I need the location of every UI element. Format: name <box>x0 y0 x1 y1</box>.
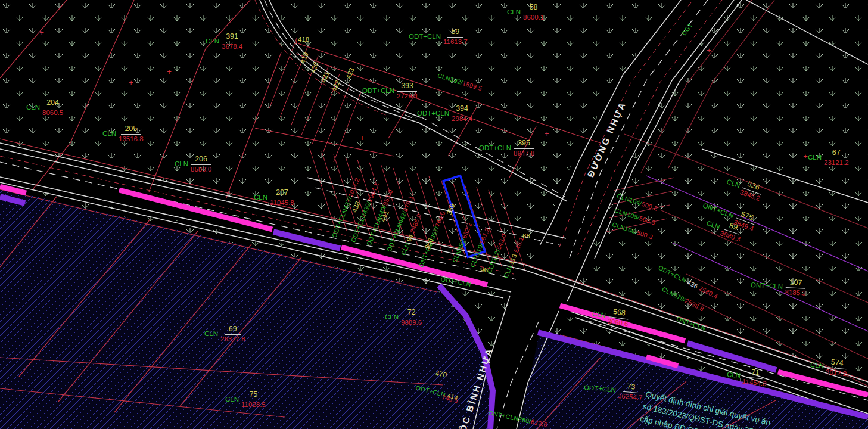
strip-label: ONT+CLN260/622.6 <box>488 409 548 428</box>
survey-cross-marker: + <box>707 46 711 55</box>
landuse-code: CLN <box>808 154 822 161</box>
parcel-label-393: ODT+CLN3932729.4 <box>362 82 418 100</box>
parcel-label-75: CLN7511028.5 <box>225 391 266 408</box>
strip-label-part: ONT+CLN <box>676 315 707 332</box>
landuse-code: CLN <box>206 38 219 45</box>
landuse-code: ODT+CLN <box>362 87 394 95</box>
landuse-code: CLN <box>726 178 741 190</box>
strip-label-part: CLN579/ <box>661 285 687 303</box>
parcel-fraction: 3932729.4 <box>397 82 418 100</box>
parcel-fraction: 7111454.3 <box>742 368 768 387</box>
survey-cross-marker: + <box>360 133 365 142</box>
parcel-area: 16254.7 <box>617 391 643 402</box>
parcel-fraction: 3913678.4 <box>222 33 242 50</box>
parcel-fraction: 3942984.4 <box>452 105 472 122</box>
parcel-label-71: CLN7111454.3 <box>726 366 767 387</box>
parcel-area: 11045.8 <box>270 198 294 207</box>
parcel-number: 393 <box>397 82 417 92</box>
strip-label-part: CLN392/ <box>437 72 463 86</box>
parcel-label-59: ODT+CLN5911613.7 <box>409 28 468 45</box>
parcel-fraction: 5263845.2 <box>739 179 764 203</box>
strip-label-part: 1017.2 <box>347 177 361 198</box>
landuse-code: CLN <box>26 104 40 111</box>
parcel-number: 207 <box>272 189 292 198</box>
parcel-number-96: 96 <box>480 266 488 273</box>
landuse-code: ODT+CLN <box>417 110 449 117</box>
survey-cross-marker: + <box>39 28 44 37</box>
parcel-fraction: 5683080.6 <box>607 307 630 328</box>
strip-label-part: CLN106/ <box>611 220 638 235</box>
parcel-label-72: CLN729889.6 <box>385 309 422 326</box>
strip-label-part: CLN <box>502 262 514 279</box>
strip-label-part: 500.3 <box>636 229 654 241</box>
parcel-number: 67 <box>829 149 844 158</box>
strip-label: CLN110/567.2 <box>468 226 491 268</box>
parcel-number: 391 <box>222 33 242 42</box>
cad-viewport[interactable]: ĐƯỜNG NHỰA ỘC BÌNH NHỰA Quyết định đình … <box>0 0 868 429</box>
landuse-code: CLN <box>102 130 116 138</box>
strip-label-part: 2580.4 <box>698 284 719 300</box>
parcel-area: 8185.3 <box>785 288 806 297</box>
strip-label-part: 979.1 <box>402 194 415 212</box>
strip-label-part: CLN110/ <box>468 242 484 268</box>
parcel-label-69: CLN6926377.8 <box>204 325 245 343</box>
parcel-label-574: CLN5743012.2 <box>809 356 848 378</box>
parcel-number: 72 <box>404 309 419 318</box>
parcel-number: 58 <box>526 4 542 13</box>
strip-label-part: 567.2 <box>478 226 491 244</box>
landuse-code: CLN <box>726 371 741 380</box>
parcel-area: 9889.6 <box>401 318 422 327</box>
strip-label-part: 2598.8 <box>684 297 705 312</box>
landuse-code: CLN <box>705 220 721 231</box>
parcel-label-107: ONT+CLN1078185.3 <box>750 276 807 297</box>
strip-label-part: 2486.0 <box>409 213 423 234</box>
parcel-fraction: 729889.6 <box>401 309 422 326</box>
strip-label: CLN112/543.0 <box>485 232 508 274</box>
landuse-code: CLN <box>225 396 239 403</box>
parcel-fraction: 6926377.8 <box>220 325 245 343</box>
landuse-code: CLN <box>507 8 521 16</box>
strip-label-part: ODT+CLN437/ <box>330 195 353 238</box>
parcel-number-422: 422 <box>330 79 341 92</box>
landuse-code: ODT+CLN <box>409 33 441 41</box>
parcel-label-394: ODT+CLN3942984.4 <box>417 105 472 122</box>
parcel-fraction: 2068580.0 <box>191 156 211 173</box>
strip-label: ODT+CLN <box>440 275 472 288</box>
parcel-label-207: CLN20711045.8 <box>254 189 294 206</box>
landuse-code: ODT+CLN <box>479 144 511 152</box>
parcel-label-205: CLN20513516.8 <box>102 125 144 142</box>
parcel-label-58: CLN588600.1 <box>507 4 544 21</box>
parcel-area: 26377.8 <box>220 335 245 343</box>
parcel-area: 3678.4 <box>222 42 242 51</box>
parcel-number: 206 <box>191 156 211 165</box>
parcel-area: 13516.8 <box>119 135 144 143</box>
landuse-code: CLN <box>810 361 824 370</box>
parcel-number: 395 <box>514 139 534 149</box>
parcel-label-526: CLN5263845.2 <box>724 173 765 203</box>
parcel-number: 69 <box>225 325 241 335</box>
strip-label-part: ODT+CLN <box>440 275 472 288</box>
parcel-area: 23121.2 <box>824 158 849 167</box>
parcel-number-359: 359 <box>445 203 456 216</box>
survey-cross-marker: + <box>294 38 298 46</box>
parcel-area: 11028.5 <box>241 400 266 409</box>
parcel-label-568: CLN5683080.6 <box>591 305 630 328</box>
strip-label-part: CLN356/ <box>450 237 466 263</box>
strip-label-part: DGT <box>680 21 694 37</box>
parcel-number-68: 68 <box>522 232 530 240</box>
parcel-fraction: 5743012.2 <box>825 358 848 378</box>
parcel-number-421: 421 <box>319 70 330 83</box>
parcel-area: 2729.4 <box>397 92 418 100</box>
parcel-area: 8947.8 <box>514 149 534 157</box>
strip-label-part: 622.6 <box>530 418 548 428</box>
strip-label-part: 543.0 <box>494 232 508 250</box>
strip-label-part: CLN104/ <box>616 192 643 207</box>
parcel-fraction: 7316254.7 <box>617 382 643 402</box>
parcel-label-395: ODT+CLN3958947.8 <box>479 139 534 157</box>
survey-cross-marker: + <box>803 152 808 161</box>
landuse-code: CLN <box>385 313 399 321</box>
strip-label-part: CLN <box>399 240 412 256</box>
landuse-code: CLN <box>254 194 267 201</box>
parcel-fraction: 5911613.7 <box>443 28 468 45</box>
landuse-code: CLN <box>175 160 188 168</box>
